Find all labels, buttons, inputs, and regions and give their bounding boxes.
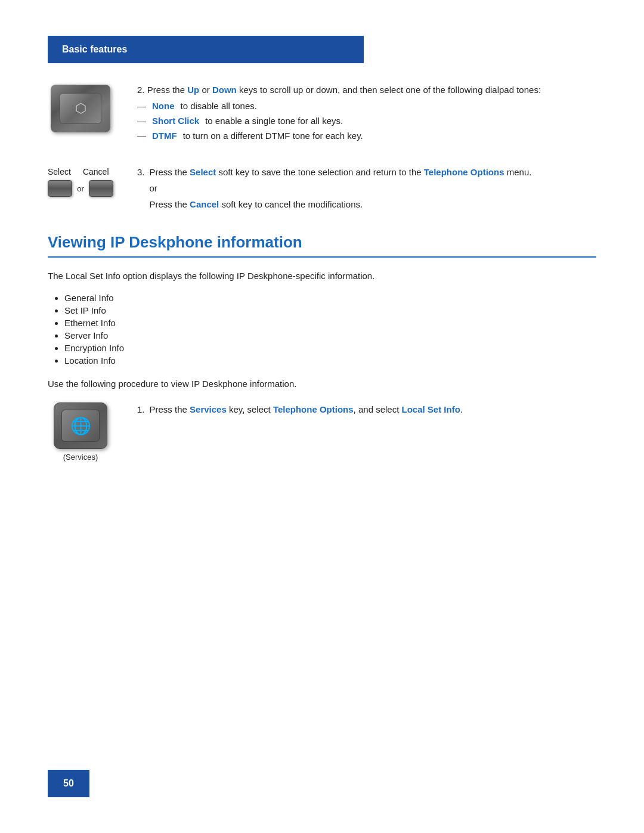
cancel-label: Cancel: [83, 167, 109, 176]
step1-text-after: .: [460, 404, 463, 414]
nav-key-image: ⬡: [48, 85, 113, 132]
services-globe-icon: 🌐: [70, 416, 91, 436]
step2-section: ⬡ 2. Press the Up or Down keys to scroll…: [48, 85, 596, 145]
tone-dtmf: DTMF to turn on a different DTMF tone fo…: [137, 131, 596, 141]
step3-main-text: 3. Press the Select soft key to save the…: [137, 167, 596, 209]
procedure-text: Use the following procedure to view IP D…: [48, 377, 596, 391]
dtmf-text: to turn on a different DTMF tone for eac…: [183, 131, 363, 141]
softkey-area: Select Cancel or: [48, 167, 113, 197]
step2-number: 2.: [137, 85, 145, 95]
step2-text-after: keys to scroll up or down, and then sele…: [237, 85, 541, 95]
step3-desc: Press the Select soft key to save the to…: [150, 167, 532, 209]
services-btn-inner: 🌐: [61, 410, 100, 442]
step2-text-before: Press the: [147, 85, 188, 95]
softkey-labels: Select Cancel: [48, 167, 113, 176]
step3-text2-before: Press the: [150, 199, 190, 209]
info-list: General Info Set IP Info Ethernet Info S…: [48, 293, 596, 366]
info-item-setip: Set IP Info: [64, 305, 596, 315]
info-item-encryption: Encryption Info: [64, 343, 596, 353]
or-line: or: [150, 183, 532, 193]
dtmf-label: DTMF: [152, 131, 177, 141]
local-set-info-ref: Local Set Info: [402, 404, 460, 414]
step1-text-before: Press the: [150, 404, 190, 414]
services-key-ref: Services: [190, 404, 227, 414]
telephone-options-ref1: Telephone Options: [424, 167, 504, 177]
info-item-location: Location Info: [64, 355, 596, 366]
select-label: Select: [48, 167, 71, 176]
step3-text1-mid: soft key to save the tone selection and …: [216, 167, 424, 177]
telephone-options-ref2: Telephone Options: [273, 404, 354, 414]
softkeys-row: or: [48, 180, 113, 197]
step1-number: 1.: [137, 402, 145, 417]
dialpad-tones-list: None to disable all tones. Short Click t…: [137, 101, 596, 141]
select-key-ref: Select: [190, 167, 216, 177]
services-image-area: 🌐 (Services): [48, 402, 113, 462]
services-content: 1. Press the Services key, select Teleph…: [137, 402, 596, 417]
info-item-general: General Info: [64, 293, 596, 303]
page-number: 50: [63, 778, 74, 789]
nav-key-inner: ⬡: [60, 93, 101, 124]
page-number-box: 50: [48, 770, 89, 797]
none-label: None: [152, 101, 175, 111]
select-softkey-btn[interactable]: [48, 180, 72, 197]
step3-content: 3. Press the Select soft key to save the…: [137, 167, 596, 209]
short-click-text: to enable a single tone for all keys.: [205, 116, 343, 126]
or-between-softkeys: or: [77, 184, 84, 193]
nav-key-graphic: ⬡: [51, 85, 110, 132]
step1-text-mid2: , and select: [354, 404, 402, 414]
step1-services-text: 1. Press the Services key, select Teleph…: [137, 402, 596, 417]
info-item-ethernet: Ethernet Info: [64, 318, 596, 328]
up-key: Up: [187, 85, 199, 95]
short-click-label: Short Click: [152, 116, 199, 126]
step2-or: or: [199, 85, 212, 95]
step1-text-mid: key, select: [227, 404, 273, 414]
down-key: Down: [212, 85, 237, 95]
cancel-key-ref: Cancel: [190, 199, 219, 209]
none-text: to disable all tones.: [181, 101, 257, 111]
step3-section: Select Cancel or 3. Press the Select sof…: [48, 167, 596, 209]
page: Basic features ⬡ 2. Press the Up or Down…: [0, 0, 644, 833]
step1-desc: Press the Services key, select Telephone…: [150, 402, 463, 417]
info-item-server: Server Info: [64, 330, 596, 340]
services-label: (Services): [63, 453, 98, 462]
step3-text1-before: Press the: [150, 167, 190, 177]
cancel-softkey-btn[interactable]: [89, 180, 113, 197]
step2-content: 2. Press the Up or Down keys to scroll u…: [137, 85, 596, 145]
nav-arrows-icon: ⬡: [75, 102, 86, 115]
services-section: 🌐 (Services) 1. Press the Services key, …: [48, 402, 596, 462]
viewing-section-title: Viewing IP Deskphone information: [48, 233, 596, 258]
step3-text2-after: soft key to cancel the modifications.: [219, 199, 363, 209]
step2-text: 2. Press the Up or Down keys to scroll u…: [137, 85, 596, 95]
step3-number: 3.: [137, 167, 145, 177]
basic-features-label: Basic features: [62, 44, 127, 54]
viewing-section-desc: The Local Set Info option displays the f…: [48, 270, 596, 283]
tone-none: None to disable all tones.: [137, 101, 596, 111]
services-button-graphic: 🌐: [54, 402, 107, 449]
tone-short-click: Short Click to enable a single tone for …: [137, 116, 596, 126]
step3-text1-after: menu.: [504, 167, 532, 177]
basic-features-banner: Basic features: [48, 36, 364, 63]
